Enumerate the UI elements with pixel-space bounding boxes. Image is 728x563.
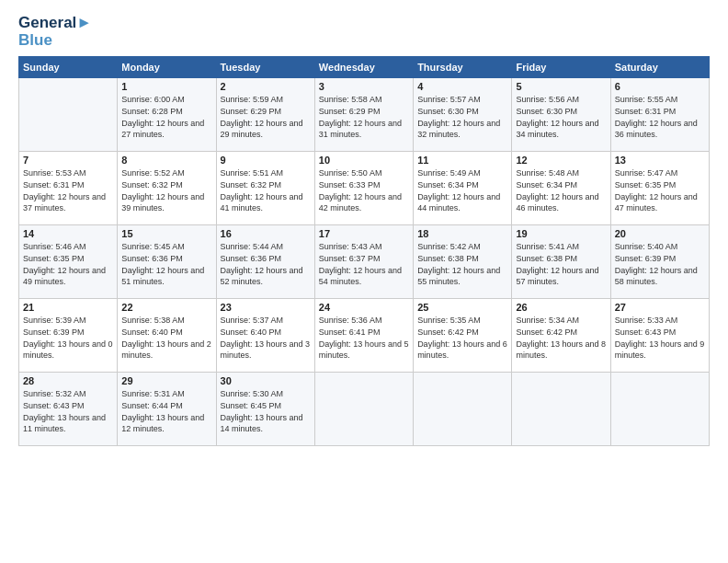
calendar-cell: 16Sunrise: 5:44 AM Sunset: 6:36 PM Dayli… [216,225,314,299]
day-detail: Sunrise: 5:45 AM Sunset: 6:36 PM Dayligh… [121,241,211,287]
calendar-cell: 21Sunrise: 5:39 AM Sunset: 6:39 PM Dayli… [19,299,118,373]
calendar-cell: 28Sunrise: 5:32 AM Sunset: 6:43 PM Dayli… [19,373,118,446]
calendar-cell [512,373,610,446]
calendar-cell [314,373,413,446]
day-number: 26 [516,302,606,313]
day-number: 25 [417,302,507,313]
day-number: 16 [221,228,311,239]
calendar-cell: 1Sunrise: 6:00 AM Sunset: 6:28 PM Daylig… [118,78,216,152]
day-number: 28 [23,375,113,386]
day-detail: Sunrise: 6:00 AM Sunset: 6:28 PM Dayligh… [121,94,211,140]
day-detail: Sunrise: 5:53 AM Sunset: 6:31 PM Dayligh… [23,167,113,213]
calendar-cell: 2Sunrise: 5:59 AM Sunset: 6:29 PM Daylig… [216,78,314,152]
calendar-cell: 17Sunrise: 5:43 AM Sunset: 6:37 PM Dayli… [314,225,413,299]
calendar-cell: 12Sunrise: 5:48 AM Sunset: 6:34 PM Dayli… [512,152,610,225]
calendar-cell: 20Sunrise: 5:40 AM Sunset: 6:39 PM Dayli… [610,225,709,299]
day-number: 15 [121,228,211,239]
day-number: 30 [221,375,311,386]
day-detail: Sunrise: 5:40 AM Sunset: 6:39 PM Dayligh… [615,241,705,287]
logo-line2: Blue [18,32,92,50]
day-number: 20 [615,228,705,239]
day-number: 13 [615,155,705,166]
weekday-header: Wednesday [314,57,413,78]
calendar-cell: 6Sunrise: 5:55 AM Sunset: 6:31 PM Daylig… [610,78,709,152]
day-detail: Sunrise: 5:57 AM Sunset: 6:30 PM Dayligh… [417,94,507,140]
weekday-header: Thursday [414,57,512,78]
calendar-cell: 3Sunrise: 5:58 AM Sunset: 6:29 PM Daylig… [314,78,413,152]
day-detail: Sunrise: 5:31 AM Sunset: 6:44 PM Dayligh… [121,388,211,434]
day-number: 22 [121,302,211,313]
calendar-cell: 26Sunrise: 5:34 AM Sunset: 6:42 PM Dayli… [512,299,610,373]
calendar-cell: 9Sunrise: 5:51 AM Sunset: 6:32 PM Daylig… [216,152,314,225]
day-detail: Sunrise: 5:33 AM Sunset: 6:43 PM Dayligh… [615,315,705,361]
calendar-cell [414,373,512,446]
calendar-cell: 13Sunrise: 5:47 AM Sunset: 6:35 PM Dayli… [610,152,709,225]
day-detail: Sunrise: 5:42 AM Sunset: 6:38 PM Dayligh… [417,241,507,287]
calendar-cell: 19Sunrise: 5:41 AM Sunset: 6:38 PM Dayli… [512,225,610,299]
day-detail: Sunrise: 5:48 AM Sunset: 6:34 PM Dayligh… [516,167,606,213]
day-detail: Sunrise: 5:41 AM Sunset: 6:38 PM Dayligh… [516,241,606,287]
day-detail: Sunrise: 5:34 AM Sunset: 6:42 PM Dayligh… [516,315,606,361]
day-number: 17 [319,228,409,239]
day-detail: Sunrise: 5:32 AM Sunset: 6:43 PM Dayligh… [23,388,113,434]
page: General► Blue SundayMondayTuesdayWednesd… [0,0,728,563]
calendar-cell [19,78,118,152]
day-number: 4 [417,81,507,92]
day-number: 8 [121,155,211,166]
day-number: 12 [516,155,606,166]
day-detail: Sunrise: 5:43 AM Sunset: 6:37 PM Dayligh… [319,241,409,287]
calendar-cell: 14Sunrise: 5:46 AM Sunset: 6:35 PM Dayli… [19,225,118,299]
calendar-cell: 25Sunrise: 5:35 AM Sunset: 6:42 PM Dayli… [414,299,512,373]
logo: General► Blue [18,15,92,49]
day-detail: Sunrise: 5:39 AM Sunset: 6:39 PM Dayligh… [23,315,113,361]
calendar-cell: 15Sunrise: 5:45 AM Sunset: 6:36 PM Dayli… [118,225,216,299]
calendar-cell: 7Sunrise: 5:53 AM Sunset: 6:31 PM Daylig… [19,152,118,225]
day-detail: Sunrise: 5:38 AM Sunset: 6:40 PM Dayligh… [121,315,211,361]
day-number: 27 [615,302,705,313]
day-detail: Sunrise: 5:37 AM Sunset: 6:40 PM Dayligh… [221,315,311,361]
calendar-cell: 23Sunrise: 5:37 AM Sunset: 6:40 PM Dayli… [216,299,314,373]
day-number: 2 [221,81,311,92]
day-number: 21 [23,302,113,313]
day-number: 23 [221,302,311,313]
day-detail: Sunrise: 5:30 AM Sunset: 6:45 PM Dayligh… [221,388,311,434]
weekday-header: Tuesday [216,57,314,78]
calendar-table: SundayMondayTuesdayWednesdayThursdayFrid… [18,56,710,446]
day-detail: Sunrise: 5:35 AM Sunset: 6:42 PM Dayligh… [417,315,507,361]
calendar-cell: 27Sunrise: 5:33 AM Sunset: 6:43 PM Dayli… [610,299,709,373]
day-number: 5 [516,81,606,92]
day-detail: Sunrise: 5:55 AM Sunset: 6:31 PM Dayligh… [615,94,705,140]
day-number: 18 [417,228,507,239]
day-detail: Sunrise: 5:50 AM Sunset: 6:33 PM Dayligh… [319,167,409,213]
calendar-cell: 8Sunrise: 5:52 AM Sunset: 6:32 PM Daylig… [118,152,216,225]
calendar-cell: 29Sunrise: 5:31 AM Sunset: 6:44 PM Dayli… [118,373,216,446]
day-number: 10 [319,155,409,166]
weekday-header: Saturday [610,57,709,78]
day-number: 19 [516,228,606,239]
calendar-cell: 10Sunrise: 5:50 AM Sunset: 6:33 PM Dayli… [314,152,413,225]
calendar-cell: 11Sunrise: 5:49 AM Sunset: 6:34 PM Dayli… [414,152,512,225]
weekday-header: Monday [118,57,216,78]
logo-line1: General► [18,15,92,32]
day-detail: Sunrise: 5:36 AM Sunset: 6:41 PM Dayligh… [319,315,409,361]
day-number: 7 [23,155,113,166]
calendar-cell: 24Sunrise: 5:36 AM Sunset: 6:41 PM Dayli… [314,299,413,373]
calendar-cell [610,373,709,446]
calendar-cell: 4Sunrise: 5:57 AM Sunset: 6:30 PM Daylig… [414,78,512,152]
calendar-cell: 22Sunrise: 5:38 AM Sunset: 6:40 PM Dayli… [118,299,216,373]
day-number: 29 [121,375,211,386]
day-number: 14 [23,228,113,239]
day-number: 11 [417,155,507,166]
day-number: 24 [319,302,409,313]
day-number: 6 [615,81,705,92]
header: General► Blue [18,15,710,49]
weekday-header: Friday [512,57,610,78]
day-detail: Sunrise: 5:47 AM Sunset: 6:35 PM Dayligh… [615,167,705,213]
day-detail: Sunrise: 5:59 AM Sunset: 6:29 PM Dayligh… [221,94,311,140]
day-detail: Sunrise: 5:49 AM Sunset: 6:34 PM Dayligh… [417,167,507,213]
day-detail: Sunrise: 5:52 AM Sunset: 6:32 PM Dayligh… [121,167,211,213]
calendar-cell: 30Sunrise: 5:30 AM Sunset: 6:45 PM Dayli… [216,373,314,446]
calendar-cell: 5Sunrise: 5:56 AM Sunset: 6:30 PM Daylig… [512,78,610,152]
weekday-header: Sunday [19,57,118,78]
day-detail: Sunrise: 5:46 AM Sunset: 6:35 PM Dayligh… [23,241,113,287]
